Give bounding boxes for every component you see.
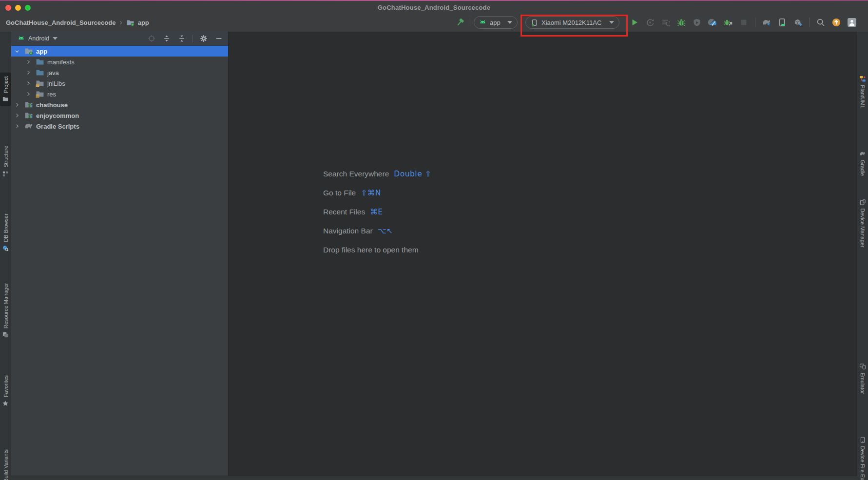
hint-action-text: Search Everywhere [323, 168, 389, 180]
chevron-down-icon[interactable] [14, 48, 20, 54]
chevron-right-icon[interactable] [25, 59, 31, 65]
tree-row-label: jniLibs [47, 80, 65, 87]
tool-window-button-build-variants[interactable]: Build Variants [0, 445, 11, 480]
editor-area: Search EverywhereDouble ⇧Go to File⇧⌘NRe… [229, 32, 856, 476]
tool-window-button-device-file-explorer[interactable]: Device File Explorer [857, 433, 868, 480]
sync-project-with-gradle-button[interactable] [761, 17, 772, 28]
expand-all-button[interactable] [162, 34, 171, 43]
plantuml-icon [859, 76, 866, 82]
device-manager-stripe-icon [859, 199, 866, 205]
breadcrumb-module[interactable]: app [138, 19, 149, 26]
profile-avatar-button[interactable] [847, 17, 857, 28]
apply-code-changes-button[interactable] [660, 17, 671, 28]
tool-window-button-favorites[interactable]: Favorites [0, 371, 11, 410]
profiler-button[interactable] [707, 17, 718, 28]
tree-row-enjoycommon[interactable]: enjoycommon [11, 110, 228, 121]
chevron-down-icon [609, 21, 614, 24]
tool-window-button-gradle[interactable]: Gradle [857, 147, 868, 180]
chevron-right-icon[interactable] [14, 113, 20, 118]
folder-res-icon [36, 90, 44, 98]
tool-window-button-emulator[interactable]: Emulator [857, 359, 868, 398]
shortcut-hint: Search EverywhereDouble ⇧ [323, 168, 431, 180]
tool-window-button-db-browser[interactable]: DB Browser [0, 210, 11, 255]
tool-window-button-plantuml[interactable]: PlantUML [857, 72, 868, 112]
folder-icon [36, 58, 44, 66]
tool-window-label: Project [2, 76, 8, 93]
close-button[interactable] [5, 5, 11, 11]
tool-window-label: Emulator [860, 372, 866, 394]
gradle-icon [24, 122, 33, 130]
tool-window-button-resource-manager[interactable]: Resource Manager [0, 279, 11, 342]
panel-header-separator [193, 35, 193, 42]
tree-row-gradle-scripts[interactable]: Gradle Scripts [11, 121, 228, 132]
shortcut-hint: Go to File⇧⌘N [323, 187, 431, 199]
tool-window-button-project[interactable]: Project [0, 72, 11, 106]
chevron-right-icon[interactable] [14, 102, 20, 108]
tool-window-button-structure[interactable]: Structure [0, 142, 11, 181]
toolbar-separator [755, 18, 755, 27]
profile-with-low-overhead-button[interactable] [692, 17, 702, 28]
debug-button[interactable] [676, 17, 687, 28]
tree-row-label: chathouse [36, 101, 68, 109]
hint-action-text: Navigation Bar [323, 225, 373, 237]
zoom-button[interactable] [25, 5, 31, 11]
status-bar [0, 476, 868, 480]
run-configuration-select[interactable]: app [474, 16, 518, 29]
resource-manager-icon [2, 331, 9, 338]
hint-keystroke: ⌥↖ [378, 225, 393, 237]
minimize-button[interactable] [15, 5, 21, 11]
toolbar-separator [809, 18, 810, 27]
tree-row-chathouse[interactable]: chathouse [11, 99, 228, 110]
hint-action-text: Drop files here to open them [323, 244, 419, 256]
apply-changes-button[interactable] [645, 17, 656, 28]
tree-row-label: enjoycommon [36, 112, 79, 119]
run-button[interactable] [629, 17, 640, 28]
search-everywhere-button[interactable] [815, 17, 826, 28]
tree-row-java[interactable]: java [11, 67, 228, 78]
build-hammer-button[interactable] [455, 18, 465, 27]
run-configuration-label: app [490, 19, 501, 26]
locate-button[interactable] [147, 34, 156, 43]
tool-window-label: Favorites [2, 375, 8, 397]
chevron-right-icon[interactable] [14, 123, 20, 129]
android-studio-window: GoChatHouse_Android_Sourcecode GoChatHou… [0, 0, 868, 480]
tool-window-label: Resource Manager [2, 283, 8, 329]
tree-row-label: Gradle Scripts [36, 123, 79, 130]
chevron-right-icon[interactable] [25, 91, 31, 97]
android-icon [18, 35, 25, 42]
tree-row-res[interactable]: res [11, 89, 228, 99]
project-tool-window: Android appmanifestsjavajniLibsreschatho… [11, 32, 229, 476]
tree-row-jnilibs[interactable]: jniLibs [11, 78, 228, 89]
toolbar-actions [629, 16, 857, 29]
tree-row-manifests[interactable]: manifests [11, 57, 228, 67]
breadcrumb-project[interactable]: GoChatHouse_Android_Sourcecode [6, 19, 116, 26]
chevron-right-icon[interactable] [25, 80, 31, 86]
device-selector[interactable]: Xiaomi M2012K11AC [525, 16, 619, 29]
hint-keystroke: Double ⇧ [394, 168, 431, 180]
module-icon [24, 101, 33, 109]
project-panel-header: Android [11, 32, 228, 46]
favorites-icon [2, 400, 9, 406]
ide-update-button[interactable] [831, 17, 842, 28]
collapse-all-button[interactable] [177, 34, 186, 43]
breadcrumb-separator-icon: › [119, 18, 122, 27]
hint-keystroke: ⌘E [370, 206, 383, 218]
chevron-down-icon [53, 37, 58, 40]
settings-button[interactable] [199, 34, 208, 43]
device-file-explorer-icon [859, 437, 866, 443]
module-folder-icon [126, 19, 135, 26]
sdk-manager-button[interactable] [792, 17, 803, 28]
chevron-right-icon[interactable] [25, 70, 31, 76]
stop-button[interactable] [738, 17, 749, 28]
attach-debugger-button[interactable] [723, 17, 733, 28]
device-manager-button[interactable] [777, 17, 788, 28]
shortcut-hint: Recent Files⌘E [323, 206, 431, 218]
hide-button[interactable] [214, 34, 223, 43]
toolbar-separator [470, 19, 470, 27]
tree-row-app[interactable]: app [11, 46, 228, 57]
tool-window-label: Structure [2, 146, 8, 168]
window-top-edge [0, 0, 868, 1]
tool-window-button-device-manager[interactable]: Device Manager [857, 195, 868, 251]
project-view-selector[interactable]: Android [18, 32, 58, 45]
hint-action-text: Recent Files [323, 206, 365, 218]
